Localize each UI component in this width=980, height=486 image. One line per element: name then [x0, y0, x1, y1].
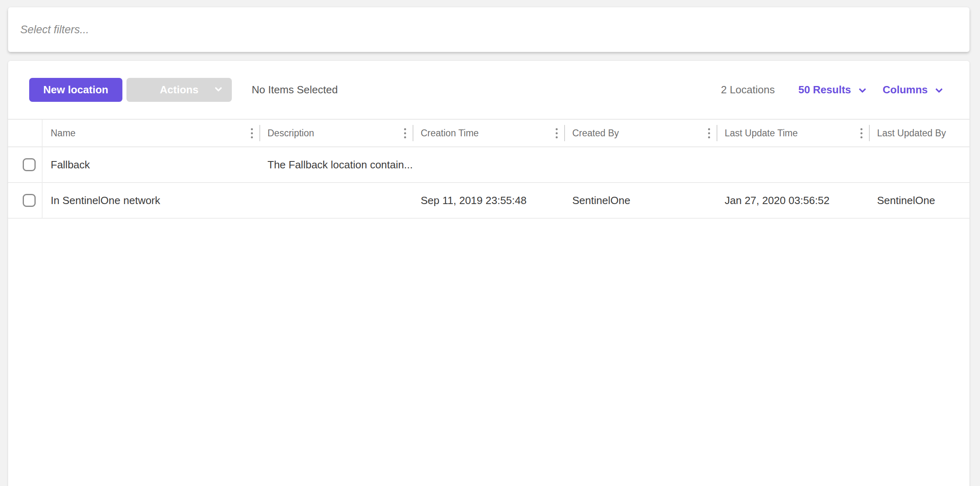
select-all-header-cell [8, 120, 43, 146]
column-header-created-by[interactable]: Created By [564, 120, 717, 146]
column-header-label: Last Updated By [877, 128, 946, 139]
column-header-label: Creation Time [421, 128, 479, 139]
results-dropdown[interactable]: 50 Results [798, 84, 864, 96]
column-menu-icon[interactable] [554, 127, 559, 140]
column-header-label: Name [51, 128, 75, 139]
table-row[interactable]: Fallback The Fallback location contain..… [8, 147, 969, 183]
columns-dropdown[interactable]: Columns [883, 84, 941, 96]
actions-button[interactable]: Actions [126, 78, 232, 102]
cell-creation-time [413, 147, 564, 182]
cell-last-update-time [717, 147, 869, 182]
column-header-label: Description [267, 128, 314, 139]
actions-button-label: Actions [160, 84, 198, 96]
column-header-name[interactable]: Name [43, 120, 259, 146]
column-header-label: Last Update Time [725, 128, 798, 139]
cell-created-by [564, 147, 717, 182]
table-row[interactable]: In SentinelOne network Sep 11, 2019 23:5… [8, 183, 969, 219]
new-location-button[interactable]: New location [29, 78, 122, 102]
column-header-label: Created By [572, 128, 619, 139]
column-menu-icon[interactable] [706, 127, 712, 140]
filter-input[interactable] [8, 7, 969, 52]
cell-last-update-time: Jan 27, 2020 03:56:52 [717, 183, 869, 218]
column-menu-icon[interactable] [249, 127, 255, 140]
cell-last-updated-by: SentinelOne [869, 183, 969, 218]
chevron-down-icon [935, 86, 943, 93]
locations-count: 2 Locations [721, 84, 775, 96]
chevron-down-icon [858, 86, 866, 93]
column-menu-icon[interactable] [402, 127, 408, 140]
row-checkbox-cell [8, 147, 43, 182]
column-menu-icon[interactable] [859, 127, 864, 140]
cell-created-by: SentinelOne [564, 183, 717, 218]
row-checkbox-cell [8, 183, 43, 218]
cell-description: The Fallback location contain... [259, 147, 413, 182]
table-header-row: Name Description Creation Time Created B… [8, 119, 969, 147]
locations-panel: New location Actions No Items Selected 2… [8, 61, 969, 486]
cell-creation-time: Sep 11, 2019 23:55:48 [413, 183, 564, 218]
chevron-down-icon [215, 84, 222, 92]
filter-bar[interactable] [8, 7, 969, 52]
column-header-description[interactable]: Description [259, 120, 413, 146]
column-header-creation-time[interactable]: Creation Time [413, 120, 564, 146]
toolbar: New location Actions No Items Selected 2… [8, 61, 969, 119]
cell-last-updated-by [869, 147, 969, 182]
column-header-last-update-time[interactable]: Last Update Time [717, 120, 869, 146]
row-checkbox[interactable] [23, 158, 36, 171]
cell-name: In SentinelOne network [43, 183, 259, 218]
cell-name: Fallback [43, 147, 259, 182]
row-checkbox[interactable] [23, 194, 36, 207]
results-dropdown-label: 50 Results [798, 84, 851, 96]
column-header-last-updated-by[interactable]: Last Updated By [869, 120, 969, 146]
cell-description [259, 183, 413, 218]
columns-dropdown-label: Columns [883, 84, 928, 96]
selection-status: No Items Selected [252, 84, 338, 96]
page: New location Actions No Items Selected 2… [0, 0, 980, 486]
